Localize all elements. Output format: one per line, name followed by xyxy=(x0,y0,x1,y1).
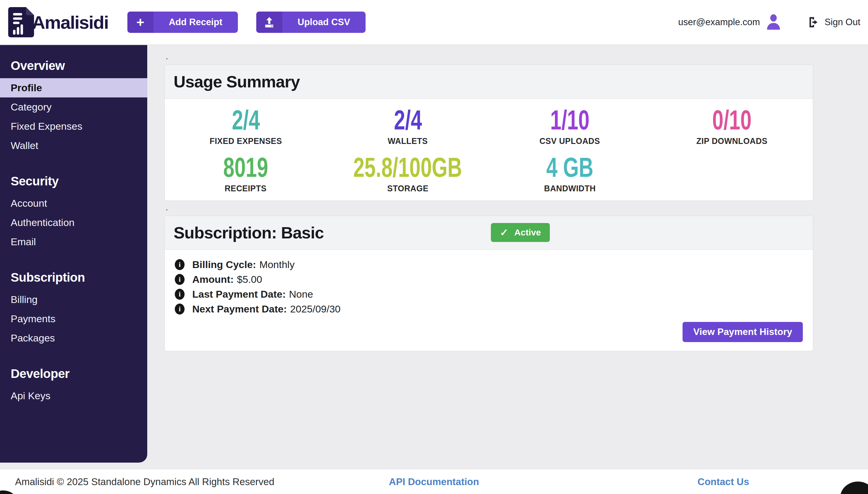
subscription-detail-last-payment-date: iLast Payment Date:None xyxy=(175,287,803,302)
stat-label: RECEIPTS xyxy=(165,183,327,193)
check-icon: ✓ xyxy=(500,227,508,239)
upload-csv-label: Upload CSV xyxy=(282,17,365,27)
sidebar: OverviewProfileCategoryFixed ExpensesWal… xyxy=(0,45,147,462)
sidebar-item-packages[interactable]: Packages xyxy=(0,328,147,348)
brand[interactable]: Amalisidi xyxy=(7,6,109,39)
detail-value: Monthly xyxy=(259,259,295,270)
content-area: OverviewProfileCategoryFixed ExpensesWal… xyxy=(0,45,868,470)
info-icon: i xyxy=(175,259,185,270)
stat-label: CSV UPLOADS xyxy=(489,136,651,146)
footer-copyright-col: Amalisidi © 2025 Standalone Dynamics All… xyxy=(0,476,289,488)
detail-value: $5.00 xyxy=(237,274,262,285)
page: Amalisidi + Add Receipt Upload CSV user@… xyxy=(0,0,868,494)
subscription-body: iBilling Cycle:MonthlyiAmount:$5.00iLast… xyxy=(165,250,813,351)
info-icon: i xyxy=(175,274,185,285)
api-documentation-link[interactable]: API Documentation xyxy=(389,476,479,487)
stat-label: BANDWIDTH xyxy=(489,183,651,193)
upload-icon xyxy=(256,12,282,33)
card-dot: . xyxy=(165,201,813,214)
detail-label: Billing Cycle: xyxy=(192,259,256,270)
top-header: Amalisidi + Add Receipt Upload CSV user@… xyxy=(0,0,868,45)
sidebar-item-authentication[interactable]: Authentication xyxy=(0,213,147,232)
stat-label: ZIP DOWNLOADS xyxy=(651,136,813,146)
subscription-actions: View Payment History xyxy=(175,322,803,342)
info-icon: i xyxy=(175,304,185,315)
upload-csv-button[interactable]: Upload CSV xyxy=(256,12,365,33)
sign-out-label: Sign Out xyxy=(825,17,860,27)
sidebar-item-account[interactable]: Account xyxy=(0,194,147,213)
detail-label: Last Payment Date: xyxy=(192,288,286,300)
stat-value: 25.8/100GB xyxy=(327,154,489,182)
detail-label: Amount: xyxy=(192,274,234,285)
stat-label: FIXED EXPENSES xyxy=(165,136,327,146)
sidebar-heading-developer: Developer xyxy=(0,367,147,381)
sidebar-item-fixed-expenses[interactable]: Fixed Expenses xyxy=(0,117,147,136)
detail-label: Next Payment Date: xyxy=(192,303,287,315)
detail-value: None xyxy=(289,288,313,300)
brand-logo-icon xyxy=(7,6,37,39)
stat-value: 4 GB xyxy=(489,154,651,182)
sidebar-item-payments[interactable]: Payments xyxy=(0,309,147,328)
plus-icon: + xyxy=(127,12,153,33)
sidebar-item-category[interactable]: Category xyxy=(0,97,147,117)
stat-value: 2/4 xyxy=(165,106,327,134)
footer-contact-col: Contact Us xyxy=(579,476,868,488)
detail-value: 2025/09/30 xyxy=(290,303,340,315)
stat-value: 1/10 xyxy=(489,106,651,134)
user-avatar-icon[interactable] xyxy=(764,13,783,32)
sidebar-heading-subscription: Subscription xyxy=(0,270,147,285)
stat-bandwidth: 4 GBBANDWIDTH xyxy=(489,154,651,193)
sidebar-section-developer: DeveloperApi Keys xyxy=(0,367,147,405)
usage-summary-title: Usage Summary xyxy=(174,72,300,91)
subscription-detail-amount: iAmount:$5.00 xyxy=(175,272,803,287)
sidebar-section-subscription: SubscriptionBillingPaymentsPackages xyxy=(0,270,147,348)
stat-value: 0/10 xyxy=(651,106,813,134)
stat-wallets: 2/4WALLETS xyxy=(327,106,489,146)
subscription-detail-next-payment-date: iNext Payment Date:2025/09/30 xyxy=(175,302,803,317)
sign-out-button[interactable]: Sign Out xyxy=(807,15,860,29)
usage-stats-grid: 2/4FIXED EXPENSES2/4WALLETS1/10CSV UPLOA… xyxy=(165,99,813,201)
stat-receipts: 8019RECEIPTS xyxy=(165,154,327,193)
sidebar-heading-overview: Overview xyxy=(0,59,147,73)
subscription-card: Subscription: Basic ✓ Active iBilling Cy… xyxy=(165,215,813,351)
usage-summary-header: Usage Summary xyxy=(165,65,813,99)
sidebar-item-email[interactable]: Email xyxy=(0,232,147,251)
footer: Amalisidi © 2025 Standalone Dynamics All… xyxy=(0,470,868,494)
stat-value: 8019 xyxy=(165,154,327,182)
stat-csv-uploads: 1/10CSV UPLOADS xyxy=(489,106,651,146)
usage-summary-card: Usage Summary 2/4FIXED EXPENSES2/4WALLET… xyxy=(165,64,813,201)
subscription-details: iBilling Cycle:MonthlyiAmount:$5.00iLast… xyxy=(175,258,803,317)
stat-zip-downloads: 0/10ZIP DOWNLOADS xyxy=(651,106,813,146)
sidebar-section-security: SecurityAccountAuthenticationEmail xyxy=(0,174,147,251)
sidebar-heading-security: Security xyxy=(0,174,147,188)
subscription-detail-billing-cycle: iBilling Cycle:Monthly xyxy=(175,258,803,272)
stat-value: 2/4 xyxy=(327,106,489,134)
copyright-text: Amalisidi © 2025 Standalone Dynamics All… xyxy=(15,476,274,487)
card-dot: . xyxy=(165,50,813,63)
view-payment-history-button[interactable]: View Payment History xyxy=(682,322,803,342)
main-content: . Usage Summary 2/4FIXED EXPENSES2/4WALL… xyxy=(147,45,868,470)
active-status-label: Active xyxy=(514,227,541,238)
stat-storage: 25.8/100GBSTORAGE xyxy=(327,154,489,193)
sign-out-icon xyxy=(807,15,820,29)
sidebar-item-profile[interactable]: Profile xyxy=(0,78,147,97)
user-email: user@example.com xyxy=(678,17,760,27)
sidebar-item-api-keys[interactable]: Api Keys xyxy=(0,386,147,405)
sidebar-item-billing[interactable]: Billing xyxy=(0,290,147,309)
stat-label: STORAGE xyxy=(327,183,489,193)
info-icon: i xyxy=(175,289,185,300)
sidebar-item-wallet[interactable]: Wallet xyxy=(0,136,147,155)
active-status-badge: ✓ Active xyxy=(491,223,550,242)
brand-name: Amalisidi xyxy=(32,12,109,33)
stat-fixed-expenses: 2/4FIXED EXPENSES xyxy=(165,106,327,146)
sidebar-section-overview: OverviewProfileCategoryFixed ExpensesWal… xyxy=(0,59,147,155)
stat-label: WALLETS xyxy=(327,136,489,146)
add-receipt-label: Add Receipt xyxy=(153,17,238,27)
add-receipt-button[interactable]: + Add Receipt xyxy=(127,12,238,33)
contact-us-link[interactable]: Contact Us xyxy=(698,476,749,487)
subscription-title: Subscription: Basic xyxy=(174,223,324,242)
subscription-header: Subscription: Basic ✓ Active xyxy=(165,216,813,250)
footer-api-col: API Documentation xyxy=(289,476,579,488)
